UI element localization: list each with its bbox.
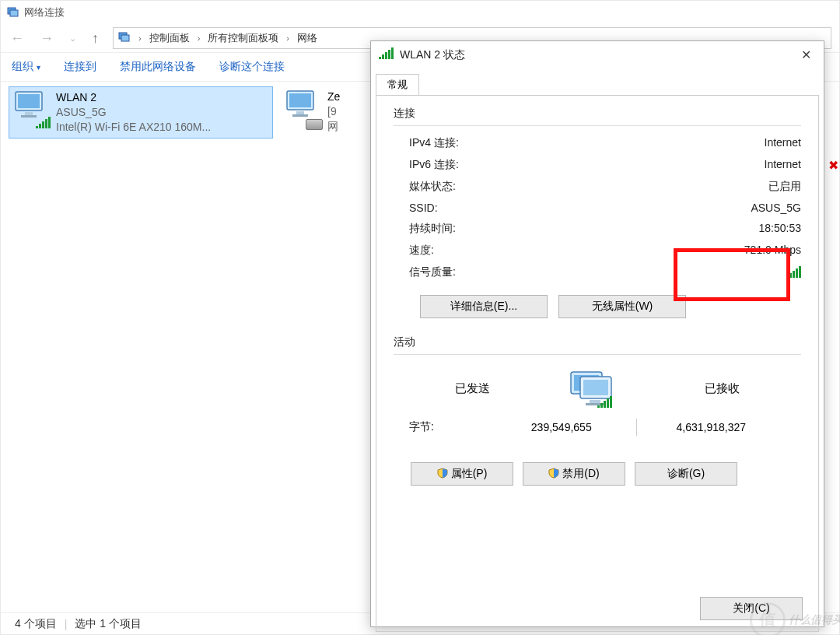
diagnose-button[interactable]: 诊断(G)	[635, 462, 737, 486]
monitor-activity-icon	[555, 369, 640, 408]
bytes-sent-value: 239,549,655	[487, 421, 636, 433]
disable-device-button[interactable]: 禁用此网络设备	[120, 60, 196, 74]
network-item-name: WLAN 2	[56, 90, 211, 105]
bytes-label: 字节:	[409, 420, 487, 434]
speed-label: 速度:	[409, 244, 434, 258]
watermark: 值 什么值得买	[750, 602, 840, 635]
network-item-name: Ze	[327, 89, 340, 104]
svg-rect-15	[583, 380, 608, 395]
ipv6-value: Internet	[765, 158, 801, 172]
shield-icon	[437, 468, 448, 481]
signal-quality-label: 信号质量:	[409, 265, 456, 280]
svg-rect-11	[292, 114, 308, 117]
monitor-icon	[14, 90, 53, 129]
svg-rect-6	[25, 112, 33, 115]
watermark-text: 什么值得买	[789, 613, 840, 627]
organize-menu[interactable]: 组织 ▾	[12, 60, 40, 74]
ipv6-label: IPv6 连接:	[409, 158, 459, 172]
network-item-sub: [9	[327, 104, 340, 119]
chevron-right-icon[interactable]: ›	[283, 33, 292, 43]
status-item-count: 4 个项目	[15, 617, 57, 631]
media-state-label: 媒体状态:	[409, 180, 456, 194]
svg-rect-5	[18, 94, 40, 108]
breadcrumb-all-items[interactable]: 所有控制面板项	[208, 31, 278, 45]
signal-bars-icon	[36, 116, 51, 131]
network-connections-icon	[7, 6, 19, 19]
properties-button[interactable]: 属性(P)	[411, 462, 513, 486]
svg-rect-7	[21, 115, 37, 118]
diagnose-connection-button[interactable]: 诊断这个连接	[219, 60, 285, 74]
details-button[interactable]: 详细信息(E)...	[420, 295, 548, 318]
section-connection-title: 连接	[394, 107, 801, 121]
up-arrow-icon[interactable]: ↑	[90, 30, 100, 47]
status-selected: 选中 1 个项目	[75, 617, 142, 631]
ssid-label: SSID:	[409, 202, 438, 214]
ipv4-value: Internet	[765, 136, 801, 150]
dialog-title: WLAN 2 状态	[400, 48, 790, 62]
duration-value: 18:50:53	[759, 222, 802, 236]
signal-bars-icon	[379, 49, 394, 61]
back-arrow-icon[interactable]: ←	[9, 30, 26, 47]
svg-rect-10	[296, 111, 304, 114]
monitor-icon	[285, 89, 324, 128]
network-connections-icon	[118, 31, 131, 46]
svg-rect-1	[10, 10, 18, 16]
chevron-right-icon[interactable]: ›	[194, 33, 204, 43]
ethernet-plug-icon	[306, 119, 323, 130]
sent-label: 已发送	[409, 381, 536, 396]
breadcrumb-control-panel[interactable]: 控制面板	[149, 31, 190, 45]
watermark-icon: 值	[750, 602, 786, 635]
recent-chevron-icon[interactable]: ⌄	[68, 33, 78, 44]
ssid-value: ASUS_5G	[751, 202, 801, 214]
network-item-adapter: Intel(R) Wi-Fi 6E AX210 160M...	[56, 120, 211, 135]
disable-button[interactable]: 禁用(D)	[523, 462, 625, 486]
obscured-network-icon	[828, 152, 840, 183]
window-title: 网络连接	[24, 5, 65, 19]
bytes-received-value: 4,631,918,327	[637, 421, 786, 433]
section-activity-title: 活动	[394, 335, 801, 349]
received-label: 已接收	[659, 381, 786, 396]
shield-icon	[548, 468, 559, 481]
tab-general[interactable]: 常规	[376, 74, 419, 96]
chevron-right-icon[interactable]: ›	[135, 33, 145, 43]
svg-rect-9	[289, 93, 311, 107]
forward-arrow-icon[interactable]: →	[38, 30, 55, 47]
network-item-wlan2[interactable]: WLAN 2 ASUS_5G Intel(R) Wi-Fi 6E AX210 1…	[9, 86, 273, 139]
network-item-sub: 网	[327, 119, 340, 134]
media-state-value: 已启用	[768, 180, 801, 194]
duration-label: 持续时间:	[409, 222, 456, 236]
breadcrumb-network[interactable]: 网络	[297, 31, 317, 45]
wlan-status-dialog: WLAN 2 状态 ✕ 常规 连接 IPv4 连接:Internet IPv6 …	[370, 40, 824, 627]
wireless-properties-button[interactable]: 无线属性(W)	[558, 295, 686, 318]
highlight-rectangle	[674, 248, 790, 301]
ipv4-label: IPv4 连接:	[409, 136, 459, 150]
close-icon[interactable]: ✕	[796, 46, 816, 64]
network-item-ssid: ASUS_5G	[56, 105, 211, 120]
svg-rect-3	[121, 35, 129, 41]
chevron-down-icon: ▾	[37, 63, 40, 72]
connect-to-button[interactable]: 连接到	[64, 60, 96, 74]
network-item-ethernet[interactable]: Ze [9 网	[281, 86, 366, 139]
